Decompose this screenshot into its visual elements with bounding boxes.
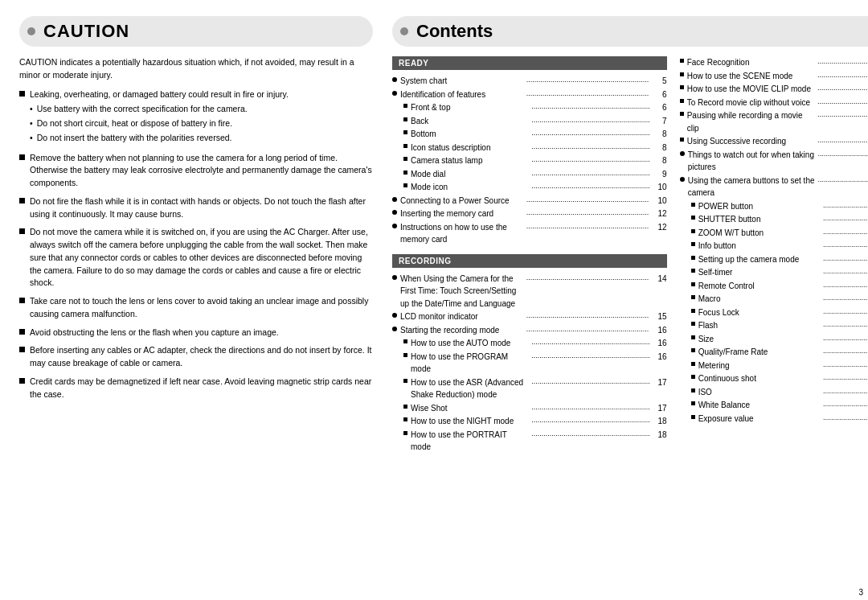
- contents-left-col: READYSystem chart ......................…: [392, 56, 667, 462]
- caution-item: Credit cards may be demagnetized if left…: [19, 376, 373, 401]
- toc-square-icon: [403, 183, 407, 187]
- caution-item: Take care not to touch the lens or lens …: [19, 295, 373, 321]
- toc-page-num: 6: [653, 101, 667, 114]
- toc-square-icon: [403, 379, 407, 383]
- toc-dots: ........................................…: [526, 324, 649, 335]
- toc-text: SHUTTER button: [698, 213, 820, 226]
- toc-item: Flash ..................................…: [680, 319, 868, 332]
- toc-text: Inserting the memory card: [400, 208, 523, 220]
- toc-dots: ........................................…: [823, 266, 868, 277]
- toc-dots: ........................................…: [531, 351, 649, 362]
- toc-circle-icon: [680, 177, 685, 182]
- toc-dots: ........................................…: [818, 149, 868, 160]
- toc-dots: ........................................…: [823, 346, 868, 357]
- toc-dots: ........................................…: [823, 306, 868, 318]
- toc-item: Instructions on how to use the memory ca…: [392, 221, 667, 246]
- toc-square-icon: [403, 171, 407, 175]
- toc-square-icon: [680, 138, 684, 142]
- toc-square-icon: [403, 104, 407, 108]
- toc-circle-icon: [392, 91, 397, 96]
- contents-title: Contents: [416, 21, 493, 42]
- toc-text: Face Recognition: [687, 56, 814, 69]
- toc-square-icon: [403, 144, 407, 148]
- toc-text: How to use the NIGHT mode: [411, 415, 528, 428]
- toc-dots: ........................................…: [526, 273, 649, 284]
- toc-dots: ........................................…: [823, 372, 868, 384]
- toc-square-icon: [691, 322, 695, 326]
- toc-circle-icon: [392, 77, 397, 82]
- toc-page-num: 7: [653, 115, 667, 128]
- caution-item: Leaking, overheating, or damaged battery…: [19, 88, 373, 146]
- toc-page-num: 8: [653, 128, 667, 141]
- toc-item: Wise Shot ..............................…: [392, 402, 667, 415]
- toc-list: When Using the Camera for the First Time…: [392, 273, 667, 454]
- caution-sub-item: Do not insert the battery with the polar…: [30, 132, 289, 145]
- toc-text: Connecting to a Power Source: [400, 195, 523, 208]
- caution-item-text: Credit cards may be demagnetized if left…: [30, 376, 373, 401]
- toc-square-icon: [691, 269, 695, 273]
- toc-list: System chart ...........................…: [392, 75, 667, 246]
- toc-item: When Using the Camera for the First Time…: [392, 273, 667, 310]
- toc-square-icon: [403, 130, 407, 134]
- toc-square-icon: [691, 415, 695, 419]
- toc-item: ZOOM W/T button ........................…: [680, 227, 868, 240]
- caution-item: Avoid obstructing the lens or the flash …: [19, 327, 373, 339]
- toc-page-num: 16: [653, 351, 667, 364]
- toc-square-icon: [691, 229, 695, 233]
- toc-page-num: 17: [653, 376, 667, 389]
- caution-item-text: Avoid obstructing the lens or the flash …: [30, 327, 279, 339]
- toc-square-icon: [403, 431, 407, 435]
- caution-panel: CAUTION CAUTION indicates a potentially …: [19, 16, 373, 564]
- toc-text: Identification of features: [400, 88, 523, 101]
- contents-header: Contents: [392, 16, 868, 47]
- contents-panel: Contents READYSystem chart .............…: [392, 16, 868, 564]
- toc-text: Bottom: [411, 128, 528, 141]
- toc-page-num: 17: [653, 402, 667, 415]
- toc-item: Back ...................................…: [392, 115, 667, 128]
- page-number: 3: [0, 580, 868, 600]
- toc-circle-icon: [392, 275, 397, 280]
- toc-square-icon: [403, 339, 407, 343]
- toc-text: LCD monitor indicator: [400, 310, 523, 323]
- toc-item: Using the camera buttons to set the came…: [680, 175, 868, 199]
- toc-dots: ........................................…: [531, 415, 649, 426]
- toc-text: Info button: [698, 240, 820, 253]
- caution-sub-item: Do not short circuit, heat or dispose of…: [30, 117, 289, 130]
- section-header: RECORDING: [392, 254, 667, 268]
- toc-item: Camera status lamp .....................…: [392, 154, 667, 167]
- caution-item-text: Do not move the camera while it is switc…: [30, 226, 373, 290]
- toc-square-icon: [403, 353, 407, 357]
- toc-dots: ........................................…: [531, 142, 649, 153]
- toc-item: Macro ..................................…: [680, 293, 868, 306]
- toc-text: Mode dial: [411, 168, 528, 181]
- toc-circle-icon: [392, 313, 397, 318]
- toc-item: Focus Lock .............................…: [680, 306, 868, 319]
- toc-item: Continuous shot ........................…: [680, 372, 868, 385]
- toc-dots: ........................................…: [823, 280, 868, 291]
- caution-item-text: Do not fire the flash while it is in con…: [30, 195, 373, 221]
- toc-item: Inserting the memory card ..............…: [392, 208, 667, 220]
- caution-item-text: Leaking, overheating, or damaged battery…: [30, 88, 289, 146]
- toc-text: Pausing while recording a movie clip: [687, 109, 814, 134]
- toc-dots: ........................................…: [526, 88, 649, 100]
- toc-square-icon: [691, 295, 695, 299]
- toc-text: How to use the ASR (Advanced Shake Reduc…: [411, 376, 528, 401]
- toc-item: Mode icon ..............................…: [392, 181, 667, 194]
- toc-square-icon: [680, 99, 684, 103]
- toc-square-icon: [403, 405, 407, 409]
- toc-dots: ........................................…: [526, 221, 649, 232]
- toc-dots: ........................................…: [817, 83, 868, 94]
- caution-item-text: Before inserting any cables or AC adapte…: [30, 344, 373, 370]
- toc-text: How to use the MOVIE CLIP mode: [687, 83, 814, 96]
- toc-text: Camera status lamp: [411, 154, 528, 167]
- toc-square-icon: [691, 388, 695, 392]
- toc-page-num: 12: [653, 221, 667, 234]
- toc-dots: ........................................…: [531, 181, 649, 192]
- caution-intro: CAUTION indicates a potentially hazardou…: [19, 56, 373, 82]
- toc-dots: ........................................…: [817, 109, 868, 121]
- toc-text: ISO: [698, 386, 820, 399]
- section-header: READY: [392, 56, 667, 70]
- toc-dots: ........................................…: [531, 115, 649, 126]
- contents-right-col: Face Recognition .......................…: [680, 56, 868, 462]
- toc-dots: ........................................…: [823, 213, 868, 224]
